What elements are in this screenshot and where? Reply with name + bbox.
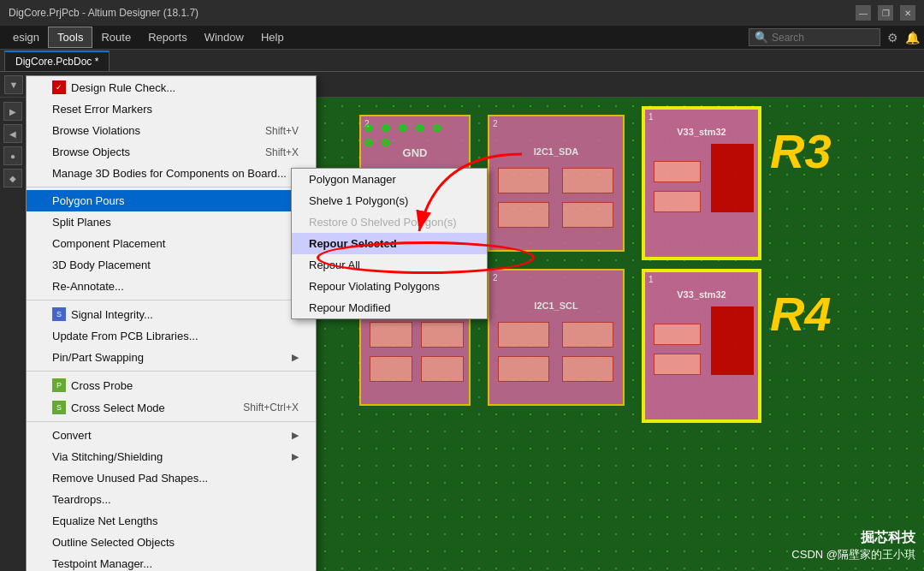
submenu-shelve-polygon[interactable]: Shelve 1 Polygon(s) <box>292 190 487 211</box>
cross-3: ⊗ <box>398 122 407 134</box>
watermark-credit: CSDN @隔壁家的王小琪 <box>791 547 915 562</box>
cross-6: ⊗ <box>364 136 373 149</box>
menu-3d-body-placement[interactable]: 3D Body Placement ▶ <box>27 254 316 276</box>
sidebar-icon-2[interactable]: ◀ <box>3 124 22 143</box>
pad-13 <box>370 356 412 382</box>
menu-manage-3d-bodies[interactable]: Manage 3D Bodies for Components on Board… <box>27 163 316 184</box>
menu-reset-error-markers[interactable]: Reset Error Markers <box>27 98 316 120</box>
pad-18 <box>562 356 613 382</box>
v33-component-2: 1 V33_stm32 <box>642 269 761 423</box>
red-chip-2 <box>711 306 754 375</box>
menu-split-planes[interactable]: Split Planes ▶ <box>27 211 316 233</box>
menu-signal-integrity[interactable]: S Signal Integrity... <box>27 303 316 325</box>
search-input[interactable] <box>772 32 874 44</box>
pad-5 <box>498 168 549 193</box>
cross-7: ⊗ <box>381 136 390 149</box>
bell-icon[interactable]: 🔔 <box>905 31 920 45</box>
gear-icon[interactable]: ⚙ <box>887 31 898 45</box>
r3-label: R3 <box>770 123 832 179</box>
submenu-repour-modified[interactable]: Repour Modified <box>292 297 487 318</box>
i2c-scl-component: 2 I2C1_SCL <box>488 269 625 406</box>
menu-re-annotate[interactable]: Re-Annotate... <box>27 276 316 297</box>
arrow-right-convert: ▶ <box>292 430 299 441</box>
menu-route[interactable]: Route <box>92 27 139 47</box>
pad-9 <box>654 161 701 182</box>
i2c-sda-component: 2 I2C1_SDA <box>488 115 625 252</box>
menu-window[interactable]: Window <box>196 27 252 47</box>
pad-14 <box>421 356 464 382</box>
window-controls: — ❐ ✕ <box>856 5 915 21</box>
title-bar: DigCore.PrjPcb - Altium Designer (18.1.7… <box>0 0 924 26</box>
maximize-button[interactable]: ❐ <box>878 5 893 21</box>
pad-11 <box>370 322 412 348</box>
menu-testpoint-manager[interactable]: Testpoint Manager... <box>27 553 316 571</box>
pad-8 <box>562 202 613 228</box>
menu-reports[interactable]: Reports <box>139 27 196 47</box>
tab-bar: DigCore.PcbDoc * <box>0 50 924 72</box>
gnd-label-1: GND <box>403 146 428 159</box>
submenu-repour-violating[interactable]: Repour Violating Polygons <box>292 276 487 297</box>
left-sidebar: ▶ ◀ ● ◆ <box>0 98 26 571</box>
search-box[interactable]: 🔍 <box>749 28 880 46</box>
red-chip-1 <box>711 144 754 212</box>
cross-2: ⊗ <box>381 122 390 134</box>
watermark: 掘芯科技 CSDN @隔壁家的王小琪 <box>791 529 915 562</box>
drc-icon: ✓ <box>52 80 66 94</box>
close-button[interactable]: ✕ <box>900 5 915 21</box>
menu-cross-probe[interactable]: P Cross Probe <box>27 374 316 396</box>
menu-pin-part-swapping[interactable]: Pin/Part Swapping ▶ <box>27 347 316 368</box>
search-icon: 🔍 <box>755 31 768 44</box>
pad-20 <box>654 354 701 375</box>
menu-browse-objects[interactable]: Browse Objects Shift+X <box>27 141 316 163</box>
pad-12 <box>421 322 464 348</box>
submenu-polygon-manager[interactable]: Polygon Manager <box>292 169 487 190</box>
arrow-right-via: ▶ <box>292 451 299 462</box>
menu-convert[interactable]: Convert ▶ <box>27 425 316 446</box>
filter-btn[interactable]: ▼ <box>4 75 23 94</box>
pad-6 <box>562 168 613 193</box>
sidebar-icon-1[interactable]: ▶ <box>3 102 22 121</box>
menu-update-from-pcb[interactable]: Update From PCB Libraries... <box>27 325 316 347</box>
menu-help[interactable]: Help <box>252 27 293 47</box>
menu-cross-select-mode[interactable]: S Cross Select Mode Shift+Ctrl+X <box>27 396 316 419</box>
menu-via-stitching[interactable]: Via Stitching/Shielding ▶ <box>27 446 316 467</box>
pad-16 <box>562 322 613 348</box>
v33-component-1: 1 V33_stm32 <box>642 106 761 260</box>
menu-tools[interactable]: Tools <box>48 27 92 48</box>
i2c-scl-label: I2C1_SCL <box>534 300 578 311</box>
menu-design[interactable]: esign <box>4 27 48 47</box>
menu-equalize-net-lengths[interactable]: Equalize Net Lengths <box>27 510 316 532</box>
menu-bar: esign Tools Route Reports Window Help 🔍 … <box>0 26 924 50</box>
i2c-sda-label: I2C1_SDA <box>534 146 579 157</box>
menu-remove-unused-pad[interactable]: Remove Unused Pad Shapes... <box>27 467 316 489</box>
minimize-button[interactable]: — <box>856 5 871 21</box>
pad-10 <box>654 191 701 212</box>
net-label-6: 1 <box>649 275 654 284</box>
polygon-pours-submenu: Polygon Manager Shelve 1 Polygon(s) Rest… <box>291 168 488 319</box>
pad-17 <box>498 356 549 382</box>
cross-4: ⊗ <box>415 122 424 134</box>
menu-teardrops[interactable]: Teardrops... <box>27 489 316 510</box>
submenu-restore-shelved[interactable]: Restore 0 Shelved Polygon(s) <box>292 211 487 233</box>
divider-2 <box>27 300 316 300</box>
cross-1: ⊗ <box>364 122 373 134</box>
menu-design-rule-check[interactable]: ✓ Design Rule Check... <box>27 76 316 98</box>
tab-pcbdoc[interactable]: DigCore.PcbDoc * <box>4 51 110 71</box>
pad-19 <box>654 324 701 345</box>
sidebar-icon-3[interactable]: ● <box>3 146 22 165</box>
net-label-3: 1 <box>649 112 654 122</box>
probe-icon: P <box>52 378 66 392</box>
menu-component-placement[interactable]: Component Placement ▶ <box>27 233 316 254</box>
v33-label-1: V33_stm32 <box>677 127 726 137</box>
submenu-repour-all[interactable]: Repour All <box>292 254 487 276</box>
signal-icon: S <box>52 307 66 321</box>
divider-4 <box>27 421 316 422</box>
menu-outline-selected[interactable]: Outline Selected Objects <box>27 532 316 553</box>
menu-browse-violations[interactable]: Browse Violations Shift+V <box>27 120 316 141</box>
cross-5: ⊗ <box>432 122 441 134</box>
submenu-repour-selected[interactable]: Repour Selected <box>292 233 487 254</box>
menu-polygon-pours[interactable]: Polygon Pours ▶ <box>27 190 316 211</box>
sidebar-icon-4[interactable]: ◆ <box>3 169 22 187</box>
divider-3 <box>27 371 316 372</box>
net-label-5: 2 <box>493 273 498 283</box>
